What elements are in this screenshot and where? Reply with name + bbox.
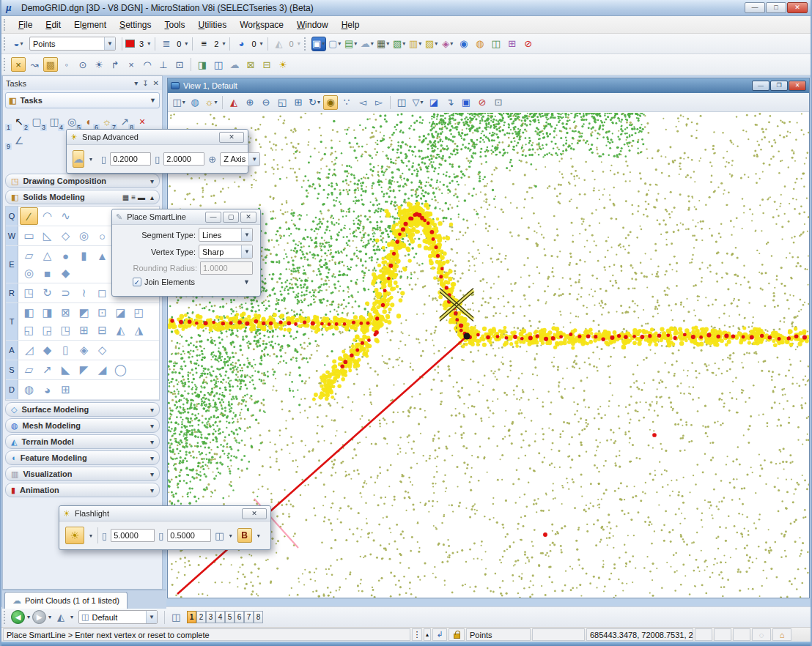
menu-window[interactable]: Window [290,18,335,32]
view-toggle-5[interactable]: 5 [225,611,235,623]
level-display-icon[interactable]: ▨▾ [424,37,439,51]
vertex-type-combo[interactable]: Sharp ▼ [199,245,253,259]
clip-volume-icon[interactable]: ▽▾ [410,95,425,110]
place-torus[interactable]: ◎ [20,264,38,282]
chevron-down-icon[interactable]: ▾ [229,532,232,539]
place-arc[interactable]: ◠ [38,207,56,225]
axis-combo[interactable]: Z Axis ▼ [220,152,260,166]
place-circle[interactable]: ○ [93,227,111,245]
project-explorer-icon-dropdown[interactable]: ▾ [354,40,357,47]
new-file-icon[interactable]: ▢▾ [328,37,342,51]
menu-help[interactable]: Help [335,18,366,32]
place-cone[interactable]: ▲ [93,247,111,264]
view-toggle-8[interactable]: 8 [254,611,263,623]
section-animation[interactable]: ▮Animation▾ [5,483,160,497]
tangent-snap-icon[interactable]: ◠ [140,57,155,72]
status-splitter[interactable]: ⋮ [412,628,422,641]
join-elements-checkbox[interactable]: ✓ [133,278,141,286]
minimize-button[interactable]: — [745,2,765,13]
render-detach-icon[interactable]: ⊘ [475,95,490,110]
cells-icon[interactable]: ◈▾ [440,37,455,51]
close-icon[interactable]: ✕ [153,79,159,87]
search-icon[interactable]: ◍ [473,37,487,51]
chevron-down-icon[interactable]: ▾ [260,40,263,47]
place-smartline[interactable]: ∕ [20,207,38,225]
split-solid[interactable]: ◨ [38,304,56,322]
view-history-icon[interactable]: ◭ [53,610,68,625]
chevron-down-icon[interactable]: ▾ [134,79,138,87]
taper-solid[interactable]: ◆ [38,341,56,359]
nearest-snap-icon[interactable]: ↝ [27,57,42,72]
view-toggle-1[interactable]: 1 [187,611,196,623]
multi-snap-icon[interactable]: ⊡ [172,57,187,72]
chevron-down-icon[interactable]: ▾ [150,177,154,185]
origin-snap-icon[interactable]: ☀ [92,57,106,72]
snap-value2-field[interactable] [163,152,204,166]
convert-smart-solid[interactable]: ◕ [38,381,56,398]
presentation-icon[interactable]: ◍ [188,95,202,110]
flashlight-value1-field[interactable] [111,529,155,542]
keypoint-snap-icon[interactable]: ▩ [43,57,58,72]
chevron-down-icon[interactable]: ▾ [222,40,225,47]
thin-shell[interactable]: ≀ [75,284,93,302]
punch-hole[interactable]: ⊡ [93,304,111,322]
view-next-icon[interactable]: ▻ [372,95,386,110]
snap-tool-button[interactable]: ☁ [73,150,84,168]
clip-mask-icon[interactable]: ◪ [427,95,441,110]
pc-tiles-icon[interactable]: ◫ [211,57,226,72]
place-smartline-title-bar[interactable]: ✎ Place SmartLine — ▢ ✕ [112,209,260,225]
pc-attach-icon[interactable]: ◨ [195,57,210,72]
new-file-icon-dropdown[interactable]: ▾ [338,40,341,47]
chevron-down-icon[interactable]: ▾ [150,438,154,446]
perpendicular-snap-icon[interactable]: ⊥ [156,57,171,72]
draft-angle[interactable]: ▯ [56,341,75,359]
view-toggle-4[interactable]: 4 [215,611,225,623]
view-title-bar[interactable]: View 1, Default — ❐ ✕ [168,78,809,93]
layout-mode-icons[interactable]: ▦≡▬▴ [122,193,154,201]
chevron-down-icon[interactable]: ▾ [150,454,154,462]
view-toggle-7[interactable]: 7 [244,611,254,623]
place-polyhedron[interactable]: ◆ [56,264,75,282]
fillet-edges[interactable]: ⊟ [93,322,111,339]
chevron-down-icon[interactable]: ▾ [89,156,92,163]
copy-view-icon[interactable]: ◫ [394,95,409,110]
zoom-in-icon[interactable]: ⊕ [243,95,257,110]
zoom-out-icon[interactable]: ⊖ [259,95,273,110]
twist-face[interactable]: ◤ [75,361,93,379]
level-display-icon-dropdown[interactable]: ▾ [435,40,438,47]
dialog-restore-icon[interactable]: ▢ [223,212,239,223]
update-view-icon[interactable]: ◭ [226,95,241,110]
view-group-combo[interactable]: ◫ Default ▼ [78,610,158,624]
active-level-combo[interactable]: Points ▼ [29,37,116,51]
chevron-down-icon[interactable]: ▾ [150,422,154,430]
modify-face[interactable]: ▱ [20,361,38,379]
bend-solid[interactable]: ◢ [93,361,111,379]
copy-face[interactable]: ◰ [130,304,148,322]
tasks-panel-header[interactable]: Tasks ▾ ↧ ✕ [3,76,162,90]
view-settings-icon[interactable]: ⊡ [491,95,506,110]
place-cylinder[interactable]: ▮ [75,247,93,264]
section-drawing-composition[interactable]: ◳Drawing Composition▾ [5,174,160,188]
fit-view-icon[interactable]: ⊞ [291,95,306,110]
pc-flashlight-icon[interactable]: ☀ [276,57,290,72]
shell-solid[interactable]: ◻ [93,284,111,302]
chevron-down-icon[interactable]: ▾ [48,614,51,620]
section-solids-modeling[interactable]: ◧Solids Modeling▦≡▬▴ [5,190,160,204]
forward-button[interactable]: ▶ [32,610,46,624]
place-block-solid[interactable]: ■ [38,264,56,282]
view-close-button[interactable]: ✕ [789,81,806,91]
section-visualization[interactable]: ▥Visualization▾ [5,467,160,481]
models-icon-dropdown[interactable]: ▾ [322,40,325,47]
models-icon[interactable]: ▣▾ [311,37,326,51]
construct-revolution[interactable]: ↻ [38,284,56,302]
dialog-minimize-icon[interactable]: — [205,212,221,223]
level-manager-icon[interactable]: ▥▾ [408,37,423,51]
move-face[interactable]: ↗ [38,361,56,379]
flashlight-mode-button[interactable]: B [237,528,252,543]
attach-tools-icon[interactable]: ☁▾ [360,37,374,51]
clip-volume-icon-dropdown[interactable]: ▾ [420,99,423,105]
pin-icon[interactable]: ↧ [142,79,148,87]
align-solid[interactable]: ◿ [20,341,38,359]
flatten-solid[interactable]: ◇ [93,341,111,359]
place-pyramid[interactable]: △ [38,247,56,264]
